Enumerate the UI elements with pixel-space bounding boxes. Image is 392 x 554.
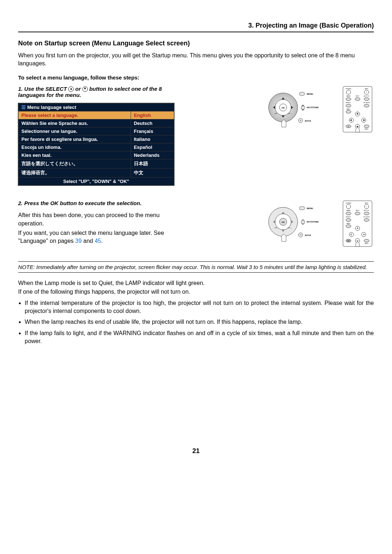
menu-row: Kies een taal.Nederlands <box>19 151 174 159</box>
page-number: 21 <box>18 447 374 455</box>
svg-text:IMAGE: IMAGE <box>346 210 351 211</box>
svg-text:INFO.: INFO. <box>365 202 369 204</box>
input-label: INPUT <box>356 95 360 97</box>
menu-row: Per favore di scegliere una lingua.Itali… <box>19 135 174 143</box>
menu-lang: Nederlands <box>131 151 174 159</box>
svg-point-53 <box>355 212 360 215</box>
svg-point-14 <box>355 98 360 101</box>
bullet-list: If the internal temperature of the proje… <box>18 299 374 346</box>
svg-text:ASPECT: ASPECT <box>346 216 351 218</box>
menu-row: Wählen Sie eine Sprache aus.Deutsch <box>19 119 174 127</box>
menu-prompt: Please select a language. <box>19 111 131 119</box>
projector-control-diagram: OK VOL − VOL + MENU KEYSTONE ↶ BACK <box>265 86 323 129</box>
svg-rect-34 <box>299 207 305 210</box>
note-block: NOTE: Immediately after turning on the p… <box>18 261 374 273</box>
power-label: POWER <box>346 88 351 90</box>
svg-rect-4 <box>301 106 305 109</box>
chapter-header: 3. Projecting an Image (Basic Operation) <box>18 22 374 32</box>
step-1: 1. Use the SELECT ▲ or ▼ button to selec… <box>18 86 174 98</box>
menu-prompt: Escoja un idioma. <box>19 143 131 151</box>
menu-lang: Italiano <box>131 135 174 143</box>
svg-text:↶: ↶ <box>300 234 301 236</box>
after-text: After this has been done, you can procee… <box>18 211 174 228</box>
menu-row: Sélectionner une langue.Français <box>19 127 174 135</box>
ok-label: OK <box>282 221 285 223</box>
menu-button-label: MENU <box>307 93 313 95</box>
image-label: IMAGE <box>346 95 351 97</box>
svg-point-24 <box>364 125 369 128</box>
svg-text:i: i <box>366 91 367 93</box>
intro-text: When you first turn on the projector, yo… <box>18 52 374 68</box>
svg-point-17 <box>364 104 369 107</box>
step1-mid: or <box>74 86 82 92</box>
svg-point-18 <box>346 110 351 113</box>
svg-point-54 <box>364 212 369 215</box>
svg-text:BACK: BACK <box>305 234 311 236</box>
back-button-label: BACK <box>305 120 311 122</box>
svg-point-52 <box>346 212 351 215</box>
page-link-45[interactable]: 45 <box>95 238 101 244</box>
projector-control-diagram-ok: OK VOL − VOL + MENU KEYSTONE ↶ BACK <box>265 200 323 244</box>
svg-rect-36 <box>301 220 305 224</box>
menu-prompt: 言語を選択してください。 <box>19 159 131 168</box>
svg-text:↶: ↶ <box>300 119 301 122</box>
svg-marker-6 <box>302 109 304 111</box>
menu-lang: 中文 <box>131 168 174 178</box>
menu-title-text: Menu language select <box>27 105 76 110</box>
svg-text:VOL +: VOL + <box>287 227 292 229</box>
svg-rect-3 <box>299 92 305 95</box>
svg-text:INPUT: INPUT <box>356 210 360 211</box>
menu-label: MENU <box>347 109 351 110</box>
page-link-39[interactable]: 39 <box>75 238 82 244</box>
svg-point-60 <box>346 225 351 228</box>
vol-plus-label: VOL + <box>287 113 292 114</box>
noshow-label: NO SHOW <box>363 102 370 103</box>
menu-prompt: 请选择语言。 <box>19 168 131 178</box>
menu-row: 请选择语言。中文 <box>19 168 174 178</box>
bullet-item: When the lamp reaches its end of usable … <box>25 318 374 326</box>
vol-minus-label: VOL − <box>274 113 279 114</box>
autopc-label: AUTO PC <box>364 95 369 97</box>
svg-point-57 <box>346 219 351 221</box>
svg-text:KEYSTONE: KEYSTONE <box>307 221 319 223</box>
menu-footer: Select "UP", "DOWN" & "OK" <box>19 178 174 186</box>
svg-point-71 <box>364 239 369 242</box>
aspect-label: ASPECT <box>346 102 351 103</box>
menu-title-cell: ☰Menu language select <box>19 103 174 111</box>
remote-diagram: POWER INFO. i IMAGE INPUT AUTO PC ASPECT… <box>341 86 374 133</box>
menu-icon: ☰ <box>21 105 26 110</box>
svg-text:NO SHOW: NO SHOW <box>363 216 370 218</box>
language-menu: ☰Menu language select Please select a la… <box>18 103 174 186</box>
up-arrow-icon: ▲ <box>68 86 74 92</box>
menu-row: Escoja un idioma.Español <box>19 143 174 151</box>
svg-text:AUTO PC: AUTO PC <box>364 210 369 211</box>
steps-heading: To select a menu language, follow these … <box>18 74 374 81</box>
menu-lang: Deutsch <box>131 119 174 127</box>
not-turn-on-text: If one of the following things happens, … <box>18 288 374 296</box>
down-arrow-icon: ▼ <box>82 86 88 92</box>
step-2: 2. Press the OK button to execute the se… <box>18 200 174 206</box>
bullet-item: If the internal temperature of the proje… <box>25 299 374 315</box>
svg-text:MENU: MENU <box>307 207 313 209</box>
svg-marker-37 <box>302 219 304 220</box>
ok-label: OK <box>347 126 350 127</box>
menu-row-selected: Please select a language.English <box>19 111 174 119</box>
ok-label: OK <box>282 107 285 109</box>
svg-text:BACK: BACK <box>365 243 368 244</box>
svg-text:i: i <box>366 205 367 208</box>
svg-text:OK: OK <box>347 240 350 242</box>
svg-point-16 <box>346 104 351 107</box>
menu-prompt: Wählen Sie eine Sprache aus. <box>19 119 131 127</box>
lamp-quiet-text: When the Lamp mode is set to Quiet, the … <box>18 279 374 287</box>
remote-diagram-ok: POWER INFO. i IMAGE INPUT AUTO PC ASPECT… <box>341 200 374 247</box>
svg-point-13 <box>346 98 351 101</box>
svg-text:POWER: POWER <box>346 202 351 204</box>
svg-text:MENU: MENU <box>347 223 351 224</box>
menu-lang: Español <box>131 143 174 151</box>
later-text-end: . <box>101 238 102 244</box>
menu-lang: Français <box>131 127 174 135</box>
later-text: If you want, you can select the menu lan… <box>18 229 174 245</box>
svg-point-58 <box>364 219 369 221</box>
menu-prompt: Per favore di scegliere una lingua. <box>19 135 131 143</box>
section-title: Note on Startup screen (Menu Language Se… <box>18 40 374 47</box>
